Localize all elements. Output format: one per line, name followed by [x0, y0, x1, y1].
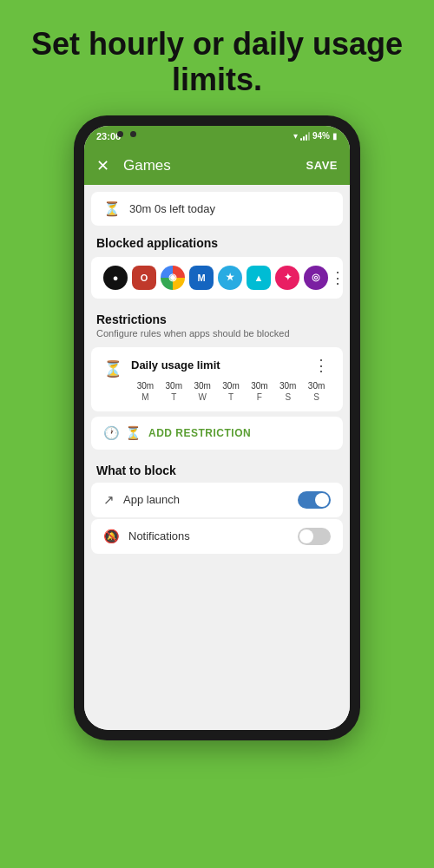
apps-row: ● O ◉ M ★ ▲ ✦ ◎ ⋮: [103, 266, 331, 290]
phone-camera: [117, 131, 136, 137]
app-icon-2[interactable]: O: [132, 266, 156, 290]
app-launch-row: ↗ App launch: [91, 483, 343, 517]
daily-limit-grid: 30m 30m 30m 30m 30m 30m 30m M T W: [131, 380, 331, 403]
restrictions-section: Restrictions Configure rules when apps s…: [84, 302, 350, 342]
notifications-label: Notifications: [128, 529, 289, 542]
app-icon-4[interactable]: M: [189, 266, 214, 290]
battery-indicator: 94%: [312, 131, 330, 141]
time-wed: 30m: [188, 380, 217, 391]
time-fri: 30m: [245, 380, 273, 391]
restrictions-subtitle: Configure rules when apps should be bloc…: [96, 328, 338, 339]
day-fri: F: [245, 391, 273, 403]
add-restriction-icons: 🕐 ⏳: [103, 425, 141, 441]
time-mon: 30m: [131, 380, 160, 391]
app-icon-1[interactable]: ●: [103, 266, 128, 290]
blocked-apps-title: Blocked applications: [84, 226, 350, 253]
day-thu: T: [217, 391, 246, 403]
time-thu: 30m: [217, 380, 246, 391]
times-row: 30m 30m 30m 30m 30m 30m 30m: [131, 380, 331, 391]
timer-text: 30m 0s left today: [129, 202, 215, 215]
app-launch-toggle[interactable]: [298, 491, 331, 509]
app-icon-3[interactable]: ◉: [161, 266, 185, 290]
daily-limit-content: Daily usage limit ⋮ 30m 30m 30m 30m 30m …: [131, 356, 331, 403]
app-launch-icon: ↗: [103, 492, 115, 508]
timer-card: ⏳ 30m 0s left today: [91, 192, 343, 226]
wifi-icon: ▾: [293, 131, 298, 141]
daily-limit-menu[interactable]: ⋮: [312, 356, 331, 375]
day-sun: S: [302, 391, 331, 403]
day-mon: M: [131, 391, 160, 403]
hourglass-green-icon: ⏳: [125, 425, 141, 441]
blocked-apps-card: ● O ◉ M ★ ▲ ✦ ◎ ⋮: [91, 257, 343, 299]
battery-icon: ▮: [332, 131, 338, 141]
day-tue: T: [160, 391, 188, 403]
notifications-row: 🔕 Notifications: [91, 519, 343, 554]
restrictions-title: Restrictions: [96, 312, 338, 326]
app-bar-title: Games: [123, 157, 306, 174]
notifications-icon: 🔕: [103, 529, 120, 544]
day-wed: W: [188, 391, 217, 403]
daily-limit-hourglass: ⏳: [103, 359, 122, 378]
phone-mockup: 23:06 ▾ 94% ▮ ✕ Games SAVE: [74, 115, 360, 740]
app-icon-5[interactable]: ★: [218, 266, 242, 290]
app-icon-8[interactable]: ◎: [304, 266, 328, 290]
days-row: M T W T F S S: [131, 391, 331, 403]
time-sun: 30m: [302, 380, 331, 391]
app-icon-7[interactable]: ✦: [275, 266, 299, 290]
hourglass-icon: ⏳: [103, 201, 121, 217]
time-sat: 30m: [273, 380, 302, 391]
add-restriction-label[interactable]: ADD RESTRICTION: [148, 427, 251, 439]
time-tue: 30m: [160, 380, 188, 391]
add-restriction-card[interactable]: 🕐 ⏳ ADD RESTRICTION: [91, 417, 343, 450]
daily-limit-title: Daily usage limit: [131, 358, 220, 372]
clock-icon: 🕐: [103, 425, 120, 441]
day-sat: S: [273, 391, 302, 403]
signal-icon: [300, 132, 310, 141]
close-button[interactable]: ✕: [96, 156, 109, 175]
app-launch-label: App launch: [123, 493, 289, 506]
save-button[interactable]: SAVE: [306, 159, 338, 172]
screen-content: ⏳ 30m 0s left today Blocked applications…: [84, 185, 350, 730]
what-to-block-title: What to block: [84, 457, 350, 481]
notifications-toggle[interactable]: [298, 528, 331, 545]
apps-menu-button[interactable]: ⋮: [328, 268, 347, 287]
app-bar: ✕ Games SAVE: [84, 147, 350, 185]
app-icons-list: ● O ◉ M ★ ▲ ✦ ◎: [103, 266, 328, 290]
daily-limit-card: ⏳ Daily usage limit ⋮ 30m 30m 30m 30m 30…: [91, 347, 343, 411]
headline: Set hourly or daily usage limits.: [0, 0, 434, 115]
app-icon-6[interactable]: ▲: [247, 266, 271, 290]
daily-limit-header: Daily usage limit ⋮: [131, 356, 331, 375]
phone-screen: 23:06 ▾ 94% ▮ ✕ Games SAVE: [84, 126, 350, 730]
status-icons: ▾ 94% ▮: [293, 131, 338, 141]
